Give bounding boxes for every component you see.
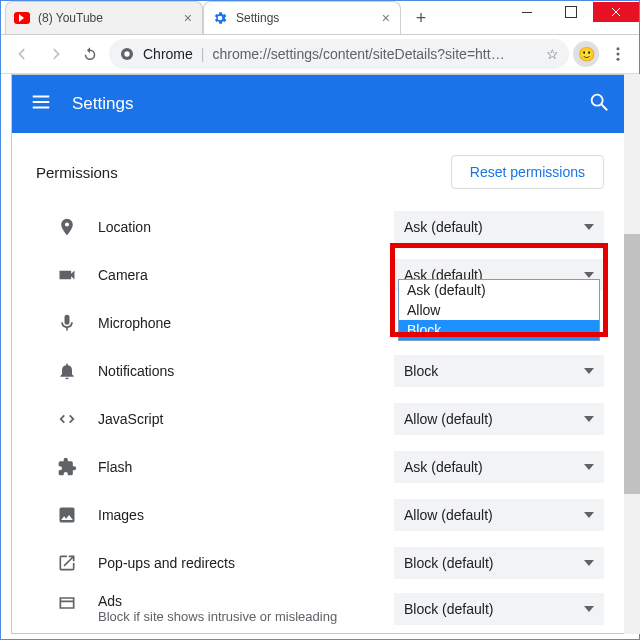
tab-youtube[interactable]: (8) YouTube × [5,1,203,34]
tab-settings[interactable]: Settings × [203,1,401,34]
settings-header: Settings [12,75,628,133]
permission-row-popup: Pop-ups and redirectsBlock (default) [12,539,628,587]
star-icon[interactable]: ☆ [546,46,559,62]
svg-point-3 [617,53,620,56]
window-close-button[interactable] [593,2,639,22]
select-value: Ask (default) [404,459,483,475]
select-value: Ask (default) [404,219,483,235]
permission-row-bell: NotificationsBlock [12,347,628,395]
permission-label: Flash [98,459,374,475]
profile-avatar[interactable]: 🙂 [573,41,599,67]
permission-row-ads: AdsBlock if site shows intrusive or misl… [12,587,628,633]
dropdown-option[interactable]: Allow [399,300,599,320]
popup-icon [56,553,78,573]
section-title: Permissions [36,164,451,181]
svg-point-1 [124,51,129,56]
bell-icon [56,361,78,381]
url-scheme: Chrome [143,46,193,62]
browser-menu-button[interactable] [603,39,633,69]
scrollbar-thumb[interactable] [624,234,640,494]
permission-row-puzzle: FlashAsk (default) [12,443,628,491]
settings-content: Permissions Reset permissions LocationAs… [12,133,628,633]
svg-point-5 [592,95,603,106]
camera-dropdown-list[interactable]: Ask (default) Allow Block [398,279,600,341]
permission-select-ads[interactable]: Block (default) [394,593,604,625]
settings-title: Settings [72,94,568,114]
search-icon[interactable] [588,91,610,117]
svg-point-4 [617,58,620,61]
chevron-down-icon [584,459,594,475]
window-maximize-button[interactable] [549,2,593,22]
nav-reload-button[interactable] [75,39,105,69]
select-value: Allow (default) [404,507,493,523]
permission-label: JavaScript [98,411,374,427]
tab-title: Settings [236,11,380,25]
chevron-down-icon [584,219,594,235]
permission-select-image[interactable]: Allow (default) [394,499,604,531]
gear-icon [212,10,228,26]
puzzle-icon [56,457,78,477]
mic-icon [56,313,78,333]
scrollbar-track[interactable] [624,74,640,634]
chevron-down-icon [584,555,594,571]
ads-icon [56,593,78,613]
select-value: Block [404,363,438,379]
permission-row-location: LocationAsk (default) [12,203,628,251]
nav-back-button[interactable] [7,39,37,69]
svg-point-2 [617,47,620,50]
permission-row-image: ImagesAllow (default) [12,491,628,539]
dropdown-option-selected[interactable]: Block [399,320,599,340]
permission-label: Location [98,219,374,235]
reset-permissions-button[interactable]: Reset permissions [451,155,604,189]
window-minimize-button[interactable] [505,2,549,22]
permission-select-code[interactable]: Allow (default) [394,403,604,435]
camera-icon [56,265,78,285]
permission-row-code: JavaScriptAllow (default) [12,395,628,443]
dropdown-option[interactable]: Ask (default) [399,280,599,300]
tab-strip: (8) YouTube × Settings × + [5,1,435,34]
chevron-down-icon [584,363,594,379]
permission-label: Images [98,507,374,523]
location-icon [56,217,78,237]
chevron-down-icon [584,411,594,427]
permission-select-bell[interactable]: Block [394,355,604,387]
select-value: Block (default) [404,555,493,571]
youtube-icon [14,10,30,26]
url-text: chrome://settings/content/siteDetails?si… [212,46,538,62]
permission-label: Ads [98,593,374,609]
permission-label: Camera [98,267,374,283]
tab-title: (8) YouTube [38,11,182,25]
chevron-down-icon [584,507,594,523]
close-tab-icon[interactable]: × [182,10,194,26]
chrome-icon [119,46,135,62]
permission-sublabel: Block if site shows intrusive or mislead… [98,609,374,626]
image-icon [56,505,78,525]
permission-label: Pop-ups and redirects [98,555,374,571]
browser-toolbar: Chrome | chrome://settings/content/siteD… [1,34,639,74]
permission-select-location[interactable]: Ask (default) [394,211,604,243]
permission-label: Microphone [98,315,374,331]
code-icon [56,409,78,429]
new-tab-button[interactable]: + [407,4,435,32]
close-tab-icon[interactable]: × [380,10,392,26]
permission-label: Notifications [98,363,374,379]
menu-icon[interactable] [30,91,52,117]
permission-select-popup[interactable]: Block (default) [394,547,604,579]
svg-line-6 [602,105,608,111]
address-bar[interactable]: Chrome | chrome://settings/content/siteD… [109,39,569,69]
chevron-down-icon [584,601,594,617]
select-value: Block (default) [404,601,493,617]
permission-select-puzzle[interactable]: Ask (default) [394,451,604,483]
nav-forward-button[interactable] [41,39,71,69]
select-value: Allow (default) [404,411,493,427]
